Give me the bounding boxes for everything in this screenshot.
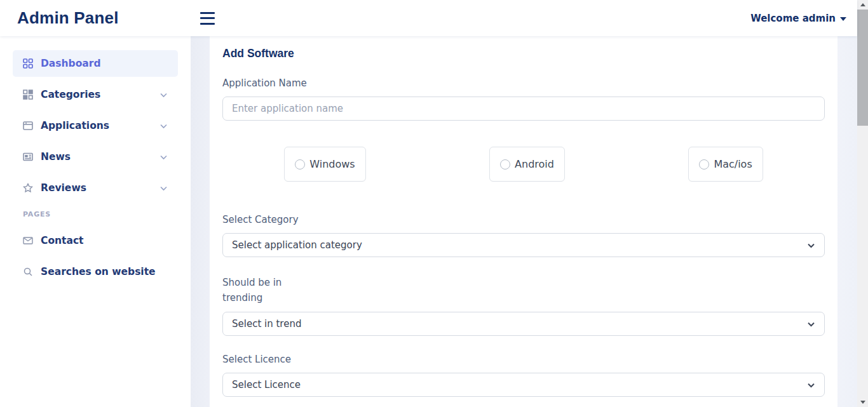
scroll-up-icon: [860, 3, 865, 6]
search-icon: [23, 267, 33, 277]
newspaper-icon: [23, 152, 33, 162]
star-icon: [23, 183, 33, 193]
radio-icon[interactable]: [699, 159, 709, 170]
envelope-icon: [23, 236, 33, 246]
trending-select-value: Select in trend: [232, 318, 301, 330]
sidebar-item-label: Contact: [41, 235, 84, 246]
sidebar: Dashboard Categories: [0, 36, 191, 407]
scroll-down-icon: [860, 401, 865, 404]
menu-toggle-icon[interactable]: [200, 12, 215, 25]
platform-option-macios[interactable]: Mac/ios: [688, 147, 763, 182]
chevron-down-icon: [807, 320, 815, 328]
licence-select[interactable]: Select Licence: [222, 373, 825, 397]
sidebar-item-label: News: [41, 151, 71, 163]
licence-select-value: Select Licence: [232, 379, 301, 390]
scrollbar-thumb[interactable]: [857, 10, 868, 126]
platform-label: Android: [515, 158, 554, 170]
chevron-down-icon: [807, 381, 815, 389]
chevron-down-icon: [159, 122, 168, 130]
sidebar-item-reviews[interactable]: Reviews: [13, 175, 178, 201]
platform-option-android[interactable]: Android: [489, 147, 565, 182]
main-area: Add Software Application Name Windows An…: [191, 36, 857, 407]
category-select[interactable]: Select application category: [222, 233, 825, 257]
application-name-label: Application Name: [222, 77, 825, 89]
sidebar-section-pages: PAGES: [23, 210, 191, 218]
sidebar-item-contact[interactable]: Contact: [13, 227, 178, 254]
brand-logo[interactable]: Admin Panel: [17, 8, 119, 27]
vertical-scrollbar[interactable]: [857, 0, 868, 407]
platform-label: Windows: [309, 158, 355, 170]
sidebar-item-label: Applications: [41, 120, 109, 131]
categories-grid-icon: [23, 90, 33, 100]
scroll-down-button[interactable]: [857, 397, 868, 407]
application-name-input[interactable]: [222, 97, 825, 121]
add-software-form: Add Software Application Name Windows An…: [210, 36, 837, 407]
chevron-down-icon: [159, 153, 168, 161]
sidebar-item-label: Categories: [41, 89, 100, 100]
sidebar-item-label: Reviews: [41, 182, 86, 194]
chevron-down-icon: [159, 184, 168, 192]
chevron-down-icon: [159, 91, 168, 99]
trending-select[interactable]: Select in trend: [222, 312, 825, 336]
caret-down-icon: [840, 17, 846, 21]
radio-icon[interactable]: [500, 159, 510, 170]
sidebar-item-applications[interactable]: Applications: [13, 112, 178, 139]
sidebar-item-news[interactable]: News: [13, 143, 178, 170]
sidebar-item-label: Searches on website: [41, 266, 156, 277]
admin-panel-page: Admin Panel Welcome admin: [0, 0, 868, 407]
platform-label: Mac/ios: [714, 158, 752, 170]
welcome-text: Welcome admin: [750, 13, 836, 24]
window-icon: [23, 121, 33, 131]
category-select-value: Select application category: [232, 239, 362, 251]
licence-label: Select Licence: [222, 354, 825, 365]
platform-radio-group: Windows Android Mac/ios: [222, 147, 825, 182]
sidebar-item-searches[interactable]: Searches on website: [13, 258, 178, 285]
dashboard-grid-icon: [23, 58, 33, 69]
scroll-up-button[interactable]: [857, 0, 868, 10]
platform-option-windows[interactable]: Windows: [284, 147, 365, 182]
radio-icon[interactable]: [295, 159, 305, 170]
chevron-down-icon: [807, 241, 815, 250]
page-title: Add Software: [222, 47, 825, 60]
category-label: Select Category: [222, 214, 825, 225]
sidebar-item-label: Dashboard: [41, 58, 101, 69]
top-header: Admin Panel Welcome admin: [0, 0, 857, 36]
sidebar-item-categories[interactable]: Categories: [13, 81, 178, 108]
trending-label: Should be in trending: [222, 275, 294, 305]
sidebar-item-dashboard[interactable]: Dashboard: [13, 50, 178, 77]
user-menu[interactable]: Welcome admin: [750, 13, 846, 24]
